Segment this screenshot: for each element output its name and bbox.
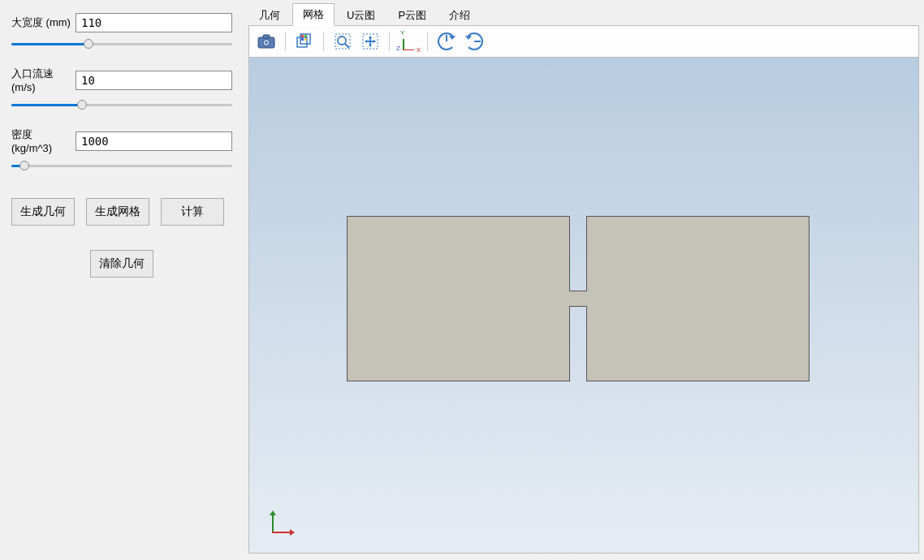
tab-geometry[interactable]: 几何 [248,4,291,26]
generate-mesh-button[interactable]: 生成网格 [86,198,149,226]
svg-point-11 [338,37,346,45]
rotate-ccw-icon[interactable] [462,29,486,54]
clear-geometry-button[interactable]: 清除几何 [90,250,153,278]
viewport-3d[interactable] [248,58,919,554]
camera-icon[interactable] [254,29,278,54]
param-width-label: 大宽度 (mm) [11,15,71,30]
tabs: 几何 网格 U云图 P云图 介绍 [248,6,919,26]
param-density-label: 密度 (kg/m^3) [11,127,71,154]
tab-intro[interactable]: 介绍 [438,4,481,26]
sidebar: 大宽度 (mm) 入口流速 (m/s) 密度 (kg/m^3) 生成几何 生成网… [0,0,244,560]
action-buttons-row-2: 清除几何 [11,250,232,278]
axis-indicator [269,512,293,536]
svg-rect-6 [301,35,304,37]
svg-rect-7 [304,35,307,37]
svg-rect-8 [301,38,304,41]
calculate-button[interactable]: 计算 [161,198,224,226]
tab-mesh[interactable]: 网格 [292,3,335,26]
rotate-right-icon[interactable] [434,29,459,54]
param-velocity-label: 入口流速 (m/s) [11,67,71,93]
zoom-icon[interactable] [330,29,355,54]
viewport-toolbar: Y X Z [248,25,919,58]
param-width-slider[interactable] [11,37,232,52]
param-width-row: 大宽度 (mm) [11,13,232,32]
param-density-row: 密度 (kg/m^3) [11,127,232,154]
pan-icon[interactable] [358,29,382,54]
param-velocity-input[interactable] [76,71,232,90]
main-panel: 几何 网格 U云图 P云图 介绍 [244,0,924,560]
svg-line-12 [345,44,349,48]
param-density-input[interactable] [76,131,232,151]
svg-point-3 [265,41,268,45]
layers-icon[interactable] [292,29,317,54]
generate-geometry-button[interactable]: 生成几何 [11,198,75,226]
tab-p-cloud[interactable]: P云图 [387,4,437,26]
tab-u-cloud[interactable]: U云图 [336,4,386,26]
param-velocity-row: 入口流速 (m/s) [11,67,232,93]
svg-rect-1 [263,35,270,38]
param-width-input[interactable] [76,13,232,32]
axes-icon[interactable]: Y X Z [396,29,421,54]
geometry-shape [347,216,810,381]
param-velocity-slider[interactable] [11,98,232,113]
param-density-slider[interactable] [11,159,232,174]
svg-rect-9 [304,38,307,41]
action-buttons-row-1: 生成几何 生成网格 计算 [11,198,232,226]
